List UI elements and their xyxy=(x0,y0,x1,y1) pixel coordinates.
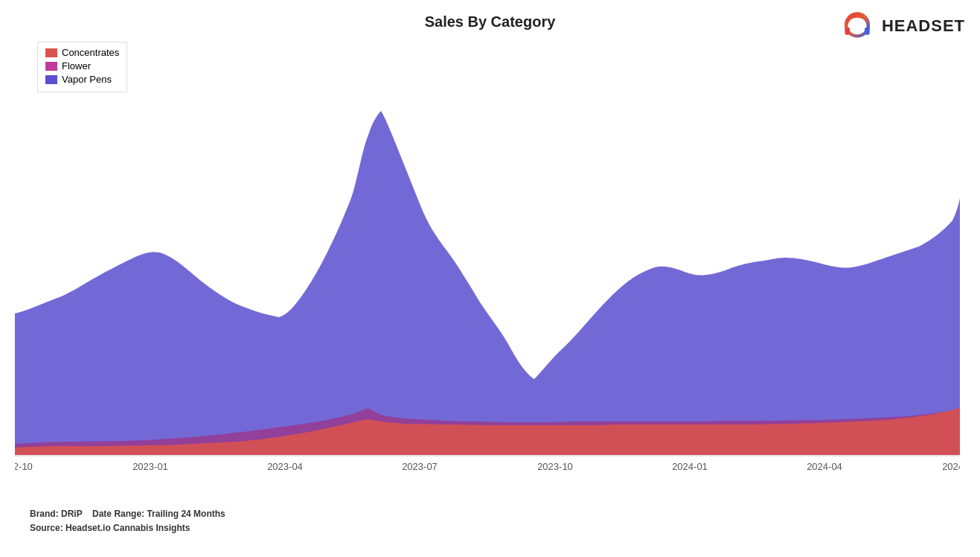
legend-color-vapor-pens xyxy=(45,75,57,84)
legend-item-vapor-pens: Vapor Pens xyxy=(45,74,119,85)
source-value: Headset.io Cannabis Insights xyxy=(65,523,190,533)
chart-footer: Brand: DRiP Date Range: Trailing 24 Mont… xyxy=(0,503,980,540)
legend-item-concentrates: Concentrates xyxy=(45,47,119,58)
chart-area: Concentrates Flower Vapor Pens xyxy=(15,38,965,503)
xaxis-label-6: 2024-04 xyxy=(807,461,842,472)
chart-legend: Concentrates Flower Vapor Pens xyxy=(37,42,127,92)
date-range-value: Trailing 24 Months xyxy=(147,509,225,519)
logo-text: HEADSET xyxy=(882,16,965,36)
xaxis-label-4: 2023-10 xyxy=(537,461,573,472)
source-label: Source: xyxy=(30,523,63,533)
xaxis-label-0: 2022-10 xyxy=(15,461,33,472)
legend-item-flower: Flower xyxy=(45,60,119,71)
xaxis-label-7: 2024-07 xyxy=(942,461,960,472)
brand-value: DRiP xyxy=(61,509,83,519)
xaxis-label-1: 2023-01 xyxy=(132,461,168,472)
chart-header: Sales By Category HEADSET xyxy=(0,0,980,38)
xaxis-label-2: 2023-04 xyxy=(267,461,303,472)
date-range-label: Date Range: xyxy=(92,509,144,519)
xaxis-label-5: 2024-01 xyxy=(672,461,708,472)
legend-color-flower xyxy=(45,62,57,71)
xaxis-label-3: 2023-07 xyxy=(402,461,438,472)
legend-label-concentrates: Concentrates xyxy=(62,47,119,58)
main-chart-svg: 2022-10 2023-01 2023-04 2023-07 2023-10 … xyxy=(15,38,960,500)
legend-label-flower: Flower xyxy=(62,60,91,71)
chart-container: Sales By Category HEADSET xyxy=(0,0,980,557)
legend-color-concentrates xyxy=(45,48,57,57)
brand-label: Brand: xyxy=(30,509,59,519)
chart-title: Sales By Category xyxy=(425,13,556,31)
legend-label-vapor-pens: Vapor Pens xyxy=(62,74,112,85)
